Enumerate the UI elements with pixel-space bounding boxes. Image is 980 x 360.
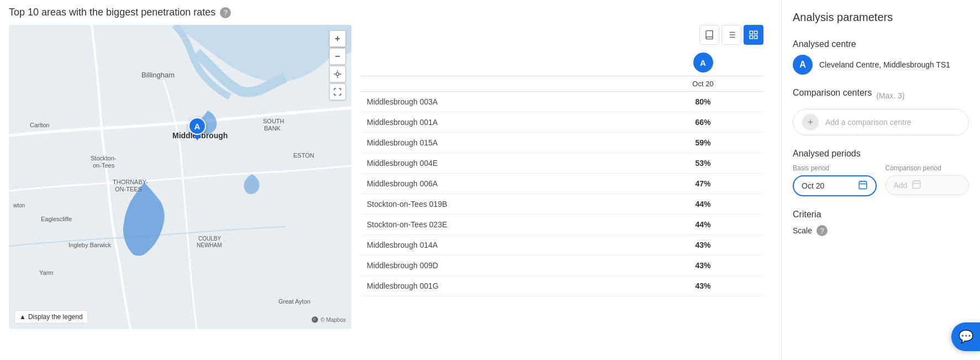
main-content: Top 10 areas with the biggest penetratio…: [0, 0, 781, 360]
basis-period-label: Basis period: [793, 164, 877, 172]
chat-icon: 💬: [958, 330, 973, 344]
analysed-periods-section: Analysed periods Basis period Oct 20: [793, 149, 969, 196]
table-row: Middlesbrough 003A 80%: [360, 92, 763, 112]
table-row: Middlesbrough 006A 47%: [360, 174, 763, 194]
pct-cell: 43%: [642, 235, 763, 255]
add-period-calendar-icon: [911, 179, 921, 191]
svg-text:Carlton: Carlton: [30, 122, 49, 128]
table-view-button[interactable]: [744, 25, 763, 45]
svg-text:ON-TEES: ON-TEES: [115, 186, 142, 192]
map-legend-toggle[interactable]: ▲ Display the legend: [14, 310, 88, 324]
area-name-cell: Middlesbrough 001A: [360, 112, 642, 133]
svg-text:Billingham: Billingham: [141, 71, 175, 79]
table-row: Middlesbrough 001G 43%: [360, 276, 763, 296]
area-name-cell: Middlesbrough 015A: [360, 133, 642, 153]
mapbox-credit-text: © Mapbox: [320, 317, 346, 323]
analysed-centre-label: Analysed centre: [793, 39, 969, 49]
panel-title: Analysis parameters: [793, 11, 969, 24]
svg-text:Yarm: Yarm: [39, 269, 53, 276]
scale-label: Scale: [793, 226, 812, 235]
table-row: Middlesbrough 001A 66%: [360, 112, 763, 133]
fullscreen-button[interactable]: [329, 84, 346, 100]
marker-pointer: [194, 135, 201, 140]
pct-cell: 44%: [642, 194, 763, 215]
right-panel: Analysis parameters Analysed centre A Cl…: [781, 0, 980, 360]
chevron-up-icon: ▲: [19, 313, 26, 321]
pct-cell: 53%: [642, 153, 763, 174]
svg-point-18: [336, 72, 339, 75]
location-button[interactable]: [329, 66, 346, 82]
svg-rect-27: [750, 31, 752, 34]
svg-text:NEWHAM: NEWHAM: [197, 242, 222, 248]
svg-text:COULBY: COULBY: [198, 236, 221, 242]
svg-text:wton: wton: [13, 202, 25, 208]
svg-text:ESTON: ESTON: [293, 152, 314, 159]
basis-period-input[interactable]: Oct 20: [793, 175, 877, 196]
basis-period-value: Oct 20: [802, 181, 853, 190]
area-name-cell: Stockton-on-Tees 019B: [360, 194, 642, 215]
comparison-period-col: Comparison period Add: [886, 164, 970, 195]
svg-text:©: ©: [313, 318, 316, 321]
map-controls: + −: [329, 30, 346, 100]
zoom-out-button[interactable]: −: [329, 48, 346, 65]
area-name-cell: Middlesbrough 014A: [360, 235, 642, 255]
area-name-cell: Middlesbrough 004E: [360, 153, 642, 174]
criteria-section: Criteria Scale ?: [793, 210, 969, 236]
comparison-centers-label: Comparison centers: [793, 88, 872, 98]
add-comparison-text: Add a comparison centre: [825, 118, 911, 127]
svg-text:Eaglescliffe: Eaglescliffe: [41, 216, 72, 222]
page-header: Top 10 areas with the biggest penetratio…: [9, 7, 772, 18]
data-table-area: A Oct 20 Middlesbrough 003A 80% Middlesb…: [351, 25, 772, 353]
pct-cell: 59%: [642, 133, 763, 153]
data-table: A Oct 20 Middlesbrough 003A 80% Middlesb…: [360, 49, 763, 296]
add-comparison-icon[interactable]: +: [802, 114, 819, 131]
svg-text:THORNABY-: THORNABY-: [113, 179, 148, 185]
comparison-period-label: Comparison period: [886, 164, 970, 172]
col-centre-badge: A: [693, 53, 713, 72]
map-background[interactable]: Billingham Carlton Stockton- on-Tees SOU…: [9, 25, 351, 329]
svg-text:Stockton-: Stockton-: [91, 155, 117, 161]
svg-text:SOUTH: SOUTH: [263, 118, 284, 124]
analysed-centre-item: A Cleveland Centre, Middlesbrough TS1: [793, 55, 969, 75]
svg-text:on-Tees: on-Tees: [93, 162, 115, 169]
scale-help-icon[interactable]: ?: [816, 225, 828, 236]
periods-row: Basis period Oct 20 Comparison period: [793, 164, 969, 196]
book-view-button[interactable]: [699, 25, 719, 45]
zoom-in-button[interactable]: +: [329, 30, 346, 47]
pct-cell: 43%: [642, 276, 763, 296]
area-name-cell: Middlesbrough 006A: [360, 174, 642, 194]
pct-cell: 80%: [642, 92, 763, 112]
basis-period-col: Basis period Oct 20: [793, 164, 877, 196]
comparison-centers-section: Comparison centers (Max. 3) + Add a comp…: [793, 88, 969, 135]
criteria-label: Criteria: [793, 210, 969, 220]
svg-rect-29: [750, 36, 752, 39]
svg-rect-31: [859, 181, 867, 189]
table-row: Stockton-on-Tees 019B 44%: [360, 194, 763, 215]
table-row: Middlesbrough 009D 43%: [360, 255, 763, 276]
area-name-cell: Middlesbrough 001G: [360, 276, 642, 296]
comparison-period-add[interactable]: Add: [886, 175, 970, 195]
area-name-cell: Middlesbrough 003A: [360, 92, 642, 112]
svg-rect-28: [755, 31, 757, 34]
add-comparison-row[interactable]: + Add a comparison centre: [793, 109, 969, 135]
criteria-row: Scale ?: [793, 225, 969, 236]
add-period-text: Add: [894, 181, 908, 190]
calendar-icon: [858, 180, 868, 192]
map-marker: A: [188, 117, 206, 140]
centre-badge: A: [793, 55, 813, 75]
help-icon[interactable]: ?: [220, 7, 231, 18]
comparison-centers-header: Comparison centers (Max. 3): [793, 88, 969, 103]
table-row: Middlesbrough 014A 43%: [360, 235, 763, 255]
list-view-button[interactable]: [721, 25, 741, 45]
pct-cell: 44%: [642, 215, 763, 235]
analysed-centre-section: Analysed centre A Cleveland Centre, Midd…: [793, 39, 969, 75]
marker-circle: A: [188, 117, 206, 135]
table-row: Stockton-on-Tees 023E 44%: [360, 215, 763, 235]
pct-cell: 47%: [642, 174, 763, 194]
area-name-cell: Middlesbrough 009D: [360, 255, 642, 276]
col-date-header: Oct 20: [642, 76, 763, 92]
svg-text:Great Ayton: Great Ayton: [278, 298, 310, 305]
chat-bubble[interactable]: 💬: [951, 322, 980, 351]
content-area: Billingham Carlton Stockton- on-Tees SOU…: [9, 25, 772, 353]
mapbox-credit: © © Mapbox: [311, 316, 346, 324]
